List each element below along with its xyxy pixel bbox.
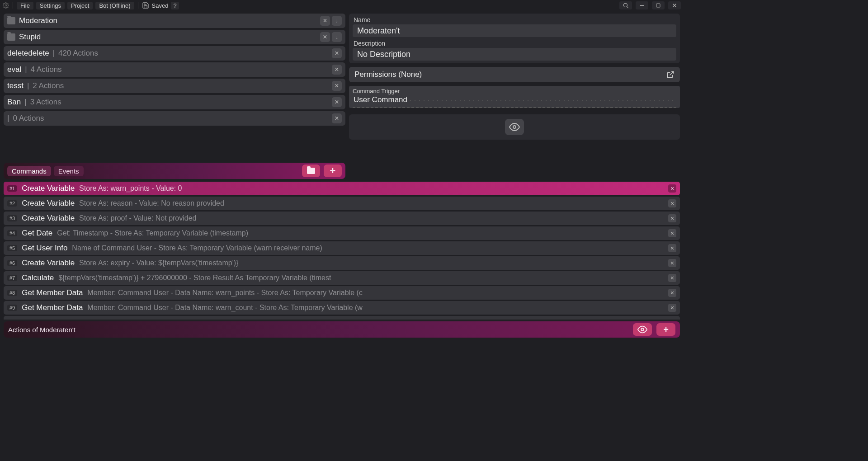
action-row[interactable]: #3Create VariableStore As: proof - Value… — [4, 212, 680, 225]
gear-icon[interactable] — [3, 2, 9, 9]
action-number: #8 — [7, 290, 17, 296]
action-number: #1 — [7, 185, 17, 192]
preview-button[interactable] — [505, 119, 524, 135]
command-row[interactable]: deletedelete | 420 Actions — [4, 46, 345, 61]
maximize-icon[interactable] — [652, 1, 665, 9]
row-buttons — [320, 32, 342, 42]
separator: | — [27, 81, 29, 90]
action-row[interactable]: #6Create VariableStore As: expiry - Valu… — [4, 256, 680, 270]
action-name: Create Variable — [22, 214, 75, 223]
action-row[interactable]: #7Calculate${tempVars('timestamp')} + 27… — [4, 271, 680, 285]
menu-bot[interactable]: Bot (Offline) — [95, 2, 134, 9]
delete-button[interactable] — [332, 65, 342, 75]
action-description: Get: Timestamp - Store As: Temporary Var… — [57, 229, 248, 237]
description-label: Description — [351, 39, 678, 47]
svg-line-2 — [627, 7, 628, 8]
open-external-icon — [666, 71, 675, 79]
separator: | — [53, 49, 55, 58]
action-row[interactable]: #2Create VariableStore As: reason - Valu… — [4, 197, 680, 210]
action-delete-button[interactable]: × — [668, 199, 676, 207]
plus-icon: + — [330, 165, 336, 177]
menu-settings[interactable]: Settings — [36, 2, 65, 9]
action-delete-button[interactable]: × — [668, 244, 676, 252]
menu-project[interactable]: Project — [67, 2, 93, 9]
new-folder-button[interactable] — [302, 165, 320, 177]
tab-events[interactable]: Events — [54, 166, 84, 176]
action-row[interactable]: #1Create VariableStore As: warn_points -… — [4, 182, 680, 195]
action-delete-button[interactable]: × — [668, 259, 676, 267]
name-field[interactable]: Moderaten't — [353, 24, 676, 37]
action-description: Store As: reason - Value: No reason prov… — [79, 199, 224, 207]
actions-footer-title: Actions of Moderaten't — [8, 326, 75, 334]
action-delete-button[interactable]: × — [668, 304, 676, 312]
command-label: Ban — [7, 98, 21, 107]
help-button[interactable]: ? — [171, 2, 179, 9]
action-name: Get User Info — [22, 244, 67, 253]
minimize-icon[interactable] — [636, 1, 648, 9]
action-delete-button[interactable]: × — [668, 214, 676, 222]
action-delete-button[interactable]: × — [668, 289, 676, 297]
description-field[interactable]: No Description — [353, 48, 676, 61]
action-row[interactable]: #8Get Member DataMember: Command User - … — [4, 286, 680, 300]
action-row[interactable]: #5Get User InfoName of Command User - St… — [4, 241, 680, 255]
delete-button[interactable] — [332, 81, 342, 91]
row-buttons — [332, 65, 342, 75]
collapse-button[interactable] — [332, 16, 342, 26]
command-trigger-label: Command Trigger — [353, 88, 676, 94]
permissions-row[interactable]: Permissions (None) — [349, 67, 680, 82]
action-row[interactable]: #4Get DateGet: Timestamp - Store As: Tem… — [4, 226, 680, 240]
delete-button[interactable] — [320, 32, 330, 42]
row-buttons — [332, 81, 342, 91]
delete-button[interactable] — [332, 97, 342, 107]
name-label: Name — [351, 15, 678, 24]
action-description: Member: Command User - Data Name: warn_p… — [87, 289, 363, 297]
folder-icon — [307, 168, 315, 174]
menu-file[interactable]: File — [17, 2, 33, 9]
command-details-pane: Name Moderaten't Description No Descript… — [349, 14, 680, 179]
delete-button[interactable] — [320, 16, 330, 26]
search-icon[interactable] — [619, 1, 632, 9]
footer-preview-button[interactable] — [633, 323, 652, 336]
action-number: #2 — [7, 200, 17, 207]
command-trigger-value[interactable]: User Command — [353, 94, 676, 108]
action-name: Get Member Data — [22, 303, 83, 312]
close-icon[interactable] — [668, 1, 681, 9]
divider — [13, 2, 13, 9]
command-row[interactable]: | 0 Actions — [4, 111, 345, 126]
add-command-button[interactable]: + — [324, 165, 342, 177]
delete-button[interactable] — [332, 48, 342, 58]
svg-point-8 — [513, 126, 516, 128]
action-count: 0 Actions — [13, 114, 44, 123]
action-delete-button[interactable]: × — [668, 184, 676, 193]
permissions-label: Permissions (None) — [354, 70, 422, 79]
tab-commands[interactable]: Commands — [7, 166, 51, 176]
folder-icon — [7, 17, 15, 24]
action-name: Calculate — [22, 273, 54, 282]
svg-rect-4 — [656, 4, 660, 7]
action-delete-button[interactable]: × — [668, 229, 676, 237]
action-row[interactable]: #9Get Member DataMember: Command User - … — [4, 301, 680, 315]
collapse-button[interactable] — [332, 32, 342, 42]
delete-button[interactable] — [332, 113, 342, 123]
footer-add-action-button[interactable]: + — [656, 323, 675, 336]
action-delete-button[interactable]: × — [668, 274, 676, 282]
action-number: #9 — [7, 305, 17, 311]
folder-row[interactable]: Stupid — [4, 30, 345, 44]
action-description: Store As: warn_points - Value: 0 — [79, 184, 182, 193]
folder-row[interactable]: Moderation — [4, 14, 345, 28]
action-name: Get Date — [22, 229, 52, 238]
action-row-partial — [4, 316, 680, 320]
action-count: 420 Actions — [58, 49, 98, 58]
folder-icon — [7, 33, 15, 41]
command-row[interactable]: eval | 4 Actions — [4, 62, 345, 77]
command-row[interactable]: tesst | 2 Actions — [4, 79, 345, 93]
svg-point-9 — [641, 328, 644, 331]
action-name: Create Variable — [22, 199, 75, 208]
command-row[interactable]: Ban | 3 Actions — [4, 95, 345, 109]
separator: | — [7, 114, 9, 123]
svg-line-7 — [670, 71, 674, 75]
action-number: #7 — [7, 275, 17, 281]
svg-point-1 — [623, 3, 627, 7]
save-icon[interactable] — [142, 2, 149, 9]
action-number: #6 — [7, 260, 17, 266]
